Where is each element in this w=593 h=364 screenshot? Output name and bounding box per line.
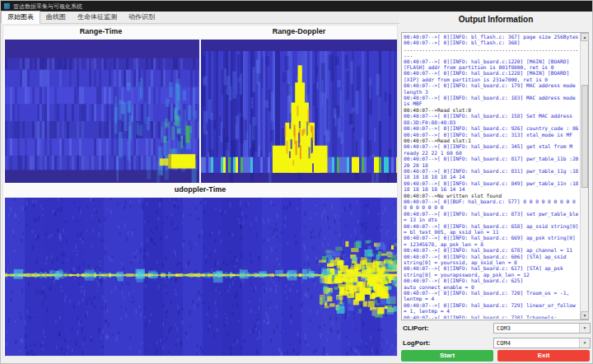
log-line: 00:40:07-->No written slot found: [404, 193, 580, 198]
range-doppler-heatmap: [201, 40, 397, 183]
log-line: 00:40:07-->[ 0][INFO: bl_flash.c: 367] p…: [404, 34, 580, 40]
log-line: 00:40:07-->[ 0][INFO: hal_board.c:1228] …: [404, 70, 580, 82]
log-line: 00:40:07-->[ 0][INFO: hal_board.c: 313] …: [404, 132, 580, 138]
tab-raw-charts[interactable]: 原始图表: [1, 11, 40, 24]
app-window: 雷达数据采集与可视化系统 原始图表曲线图生命体征监测动作识别 Range-Tim…: [0, 0, 593, 364]
cli-port-row: CLIPort: COM3 ▼: [401, 323, 591, 334]
log-line: 00:40:07-->[ 0][INFO: hal_board.c: 831] …: [404, 168, 580, 180]
dropdown-arrow-icon[interactable]: ▼: [579, 324, 590, 333]
cli-port-value: COM3: [497, 325, 511, 332]
title-bar: 雷达数据采集与可视化系统: [1, 1, 593, 12]
window-title: 雷达数据采集与可视化系统: [13, 2, 82, 11]
log-port-label: LogPort:: [403, 339, 430, 347]
tab-curve-chart[interactable]: 曲线图: [40, 12, 72, 23]
log-line: 00:40:07-->[ 0][INFO: hal_board.c: 817] …: [404, 156, 580, 168]
udoppler-time-heatmap: [5, 198, 397, 356]
log-line: 00:40:07-->[ 0][INFO: hal_board.c: 345] …: [404, 143, 580, 156]
log-line: 00:40:07-->[ 0][INFO: hal_board.c: 658] …: [404, 223, 580, 236]
log-port-combobox[interactable]: COM4 ▼: [493, 338, 591, 348]
range-time-title: Range-Time: [3, 27, 198, 35]
output-panel: Output Information 00:40:07-->[ 0][INFO:…: [399, 12, 592, 363]
tab-vital-signs[interactable]: 生命体征监测: [72, 12, 123, 23]
log-line: 00:40:07-->[ 0][INFO: hal_board.c: 849] …: [404, 180, 580, 193]
log-port-row: LogPort: COM4 ▼: [401, 338, 591, 348]
exit-button[interactable]: Exit: [497, 350, 590, 362]
log-line: 00:40:07-->[ 0][INFO: bl_flash.c: 368]: [404, 40, 580, 45]
log-line: 00:40:07-->[ 0][INFO: hal_board.c:1220] …: [404, 58, 580, 71]
range-doppler-title: Range-Doppler: [200, 27, 398, 35]
log-line: 00:40:07-->[ 0][INFO: hal_board.c: 678] …: [404, 247, 580, 253]
log-line: 00:40:07-->[ 0][INFO: hal_board.c: 625] …: [404, 278, 580, 290]
log-line: 00:40:07-->[ 0][INFO: hal_board.c: 738] …: [404, 315, 580, 319]
start-button[interactable]: Start: [401, 350, 493, 362]
charts-panel: Range-Time Range-Doppler udoppler-Time: [2, 25, 398, 357]
log-line: 00:40:07-->[ 0][BUF: hal_board.c: 577] 0…: [404, 198, 580, 211]
log-line: 00:40:07-->[ 0][INFO: hal_board.c: 179] …: [404, 82, 580, 95]
log-line: 00:40:07-->Read slot:1: [404, 138, 580, 143]
tab-action-recognition[interactable]: 动作识别: [123, 12, 161, 23]
log-line: 00:40:07-->[ 0][INFO: hal_board.c: 617] …: [404, 265, 580, 278]
log-box: 00:40:07-->[ 0][INFO: bl_flash.c: 367] p…: [401, 32, 589, 320]
log-line: ........................................…: [404, 46, 580, 58]
log-scrollbar[interactable]: ▲ ▼: [580, 33, 588, 320]
output-header: Output Information: [399, 15, 592, 24]
dropdown-arrow-icon[interactable]: ▼: [579, 338, 590, 348]
log-line: 00:40:07-->[ 0][INFO: hal_board.c: 158] …: [404, 113, 580, 125]
log-line: 00:40:07-->[ 0][INFO: hal_board.c: 729] …: [404, 302, 580, 315]
log-line: 00:40:07-->[ 0][INFO: hal_board.c: 926] …: [404, 125, 580, 131]
range-time-heatmap: [5, 40, 199, 183]
udoppler-time-title: udoppler-Time: [3, 185, 397, 194]
log-output[interactable]: 00:40:07-->[ 0][INFO: bl_flash.c: 367] p…: [404, 34, 580, 319]
cli-port-combobox[interactable]: COM3 ▼: [493, 323, 591, 334]
log-line: 00:40:07-->[ 0][INFO: hal_board.c: 606] …: [404, 254, 580, 266]
log-port-value: COM4: [497, 340, 511, 347]
log-line: 00:40:07-->[ 0][INFO: hal_board.c: 873] …: [404, 211, 580, 223]
log-line: 00:40:07-->[ 0][INFO: hal_board.c: 183] …: [404, 95, 580, 107]
scroll-thumb[interactable]: [581, 85, 588, 188]
app-icon: [4, 3, 10, 9]
log-line: 00:40:07-->Read slot:0: [404, 107, 580, 113]
scroll-down-icon[interactable]: ▼: [581, 311, 589, 320]
scroll-up-icon[interactable]: ▲: [581, 33, 589, 41]
log-line: 00:40:07-->[ 0][INFO: hal_board.c: 669] …: [404, 235, 580, 247]
log-line: 00:40:07-->[ 0][INFO: hal_board.c: 720] …: [404, 290, 580, 302]
cli-port-label: CLIPort:: [403, 324, 429, 332]
